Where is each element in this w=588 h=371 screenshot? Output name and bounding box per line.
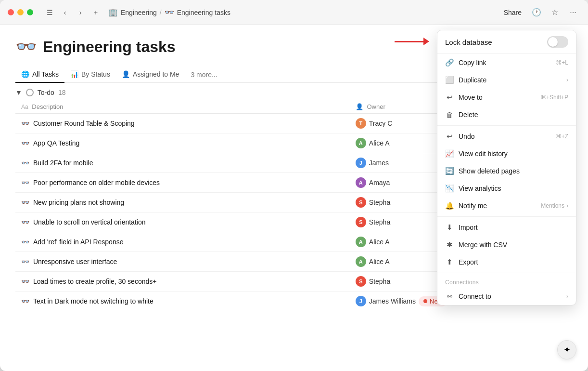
more-tabs-button[interactable]: 3 more... [185,67,223,82]
show-deleted-pages-item[interactable]: 🔄 Show deleted pages [437,162,576,180]
app-window: ☰ ‹ › + 🏢 Engineering / 👓 Engineering ta… [0,0,588,371]
task-name: Customer Round Table & Scoping [33,119,344,127]
task-icon: 👓 [21,218,29,226]
view-edit-history-icon: 📈 [445,149,454,158]
undo-item[interactable]: ↩ Undo ⌘+Z [437,128,576,145]
duplicate-item[interactable]: ⬜ Duplicate › [437,71,576,89]
forward-button[interactable]: › [74,6,87,19]
owner-name: Stepha [369,199,390,206]
copy-link-icon: 🔗 [445,58,454,67]
task-name: Add 'ref' field in API Response [33,238,344,246]
task-name: Poor performance on older mobile devices [33,179,344,186]
connect-to-icon: ⚯ [445,292,454,301]
export-label: Export [459,258,478,266]
connect-to-label: Connect to [459,292,491,300]
import-left: ⬇ Import [445,223,478,232]
connect-to-left: ⚯ Connect to [445,292,491,301]
task-cell: 👓 Load times to create profile, 30 secon… [15,272,350,292]
task-name: Unable to scroll on vertical orientation [33,218,344,226]
avatar: A [356,237,366,247]
minimize-button[interactable] [17,9,24,15]
duplicate-icon: ⬜ [445,76,454,84]
col-header-description: Aa Description [15,100,350,114]
new-page-button[interactable]: + [89,6,102,19]
view-analytics-label: View analytics [459,185,501,192]
divider-2 [437,216,576,217]
avatar: J [356,158,366,168]
move-to-item[interactable]: ↩ Move to ⌘+Shift+P [437,89,576,106]
lock-database-item[interactable]: Lock database [437,30,576,54]
owner-name: Alice A [369,258,390,265]
task-cell: 👓 Build 2FA for mobile [15,153,350,173]
task-name: Load times to create profile, 30 seconds… [33,278,344,285]
tab-by-status-label: By Status [81,70,110,78]
copy-link-item[interactable]: 🔗 Copy link ⌘+L [437,54,576,71]
undo-icon: ↩ [445,132,454,141]
tab-all-tasks[interactable]: 🌐 All Tasks [15,66,64,83]
view-analytics-icon: 📉 [445,184,454,193]
show-deleted-pages-left: 🔄 Show deleted pages [445,167,520,175]
status-dot [423,299,427,303]
lock-toggle[interactable] [547,36,568,48]
export-item[interactable]: ⬆ Export [437,253,576,271]
maximize-button[interactable] [27,9,33,15]
workspace-icon: 🏢 [108,8,118,17]
avatar: S [356,197,366,208]
tab-assigned-to-me[interactable]: 👤 Assigned to Me [116,66,185,83]
merge-csv-left: ✱ Merge with CSV [445,240,507,249]
delete-left: 🗑 Delete [445,110,478,119]
avatar: S [356,217,366,227]
task-icon: 👓 [21,119,29,127]
duplicate-label: Duplicate [459,76,486,84]
notify-me-item[interactable]: 🔔 Notify me Mentions › [437,197,576,214]
task-name: App QA Testing [33,139,344,147]
divider-3 [437,273,576,273]
task-icon: 👓 [21,238,29,246]
assigned-icon: 👤 [122,70,130,78]
share-button[interactable]: Share [500,7,525,18]
lock-database-label: Lock database [445,38,492,46]
star-button[interactable]: ☆ [548,5,562,20]
connect-to-item[interactable]: ⚯ Connect to › [437,288,576,305]
tab-by-status[interactable]: 📊 By Status [64,66,116,83]
workspace-name: Engineering [121,9,157,16]
move-to-shortcut: ⌘+Shift+P [540,94,568,101]
import-icon: ⬇ [445,223,454,232]
import-label: Import [459,224,478,231]
undo-left: ↩ Undo [445,132,474,141]
floating-action-button[interactable]: ✦ [557,340,576,359]
task-icon: 👓 [21,139,29,147]
show-deleted-pages-label: Show deleted pages [459,167,520,175]
nav-controls: ☰ ‹ › + [43,6,102,19]
avatar: S [356,276,366,287]
view-edit-history-label: View edit history [459,150,508,158]
merge-csv-item[interactable]: ✱ Merge with CSV [437,236,576,253]
export-icon: ⬆ [445,258,454,266]
view-edit-history-item[interactable]: 📈 View edit history [437,145,576,162]
import-item[interactable]: ⬇ Import [437,219,576,236]
task-cell: 👓 Unresponsive user interface [15,252,350,272]
owner-name: Amaya [369,179,390,186]
group-chevron-icon[interactable]: ▼ [15,89,22,96]
undo-shortcut: ⌘+Z [556,133,568,140]
notify-me-sub: Mentions [541,202,564,209]
task-icon: 👓 [21,297,29,305]
task-name: Build 2FA for mobile [33,159,344,167]
delete-label: Delete [459,111,478,119]
sidebar-toggle-button[interactable]: ☰ [43,6,56,19]
more-options-button[interactable]: ··· [566,5,580,20]
back-button[interactable]: ‹ [58,6,72,19]
delete-item[interactable]: 🗑 Delete [437,106,576,123]
by-status-icon: 📊 [70,70,78,78]
notify-me-icon: 🔔 [445,201,454,210]
merge-csv-icon: ✱ [445,240,454,249]
task-icon: 👓 [21,258,29,265]
copy-link-label: Copy link [459,59,486,66]
move-to-label: Move to [459,93,483,101]
history-button[interactable]: 🕐 [529,5,544,20]
view-analytics-item[interactable]: 📉 View analytics [437,180,576,197]
notify-me-chevron: › [566,202,568,209]
avatar: A [356,138,366,148]
task-cell: 👓 Text in Dark mode not switching to whi… [15,292,350,311]
close-button[interactable] [8,9,14,15]
